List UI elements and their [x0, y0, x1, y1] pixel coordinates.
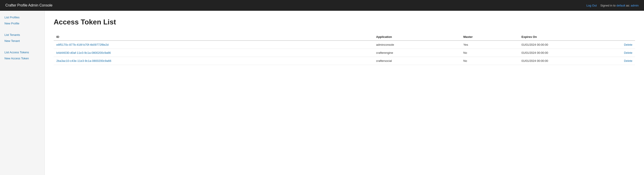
table-header-row: ID Application Master Expires On: [54, 33, 635, 41]
token-id-link[interactable]: 2ba3ac10-c43e-11e3-9c1a-0800200c9a66: [56, 59, 111, 63]
cell-expires-on: 01/01/2024 00:00:00: [519, 41, 606, 49]
access-token-table: ID Application Master Expires On e8f5170…: [54, 33, 635, 65]
sidebar-group-tenants: List Tenants New Tenant: [0, 32, 44, 44]
delete-button[interactable]: Delete: [624, 51, 632, 54]
layout: List Profiles New Profile List Tenants N…: [0, 11, 644, 175]
delete-button[interactable]: Delete: [624, 59, 632, 63]
cell-id: b4d44030-d0af-11e3-9c1a-0800200c9a66: [54, 49, 374, 57]
col-header-expires-on: Expires On: [519, 33, 606, 41]
sidebar-item-new-access-token[interactable]: New Access Token: [0, 55, 44, 61]
table-header: ID Application Master Expires On: [54, 33, 635, 41]
sidebar-item-list-access-tokens[interactable]: List Access Tokens: [0, 49, 44, 55]
main-content: Access Token List ID Application Master …: [45, 11, 644, 175]
logout-button[interactable]: Log Out: [586, 4, 596, 7]
col-header-id: ID: [54, 33, 374, 41]
tenant-link[interactable]: default: [616, 4, 625, 7]
cell-expires-on: 01/01/2024 00:00:00: [519, 49, 606, 57]
user-link[interactable]: admin: [631, 4, 639, 7]
cell-master: No: [461, 49, 519, 57]
table-body: e8f5170c-877b-416f-b70f-4b09772f8e2dadmi…: [54, 41, 635, 65]
cell-master: No: [461, 57, 519, 65]
token-id-link[interactable]: e8f5170c-877b-416f-b70f-4b09772f8e2d: [56, 43, 108, 46]
sidebar: List Profiles New Profile List Tenants N…: [0, 11, 45, 175]
sidebar-group-profiles: List Profiles New Profile: [0, 14, 44, 27]
delete-button[interactable]: Delete: [624, 43, 632, 46]
sidebar-item-list-tenants[interactable]: List Tenants: [0, 32, 44, 38]
col-header-application: Application: [374, 33, 461, 41]
col-header-master: Master: [461, 33, 519, 41]
cell-application: adminconsole: [374, 41, 461, 49]
cell-action: Delete: [606, 41, 635, 49]
col-header-action: [606, 33, 635, 41]
cell-id: 2ba3ac10-c43e-11e3-9c1a-0800200c9a66: [54, 57, 374, 65]
header-right: Log Out Signed in to default as: admin: [586, 4, 639, 7]
cell-id: e8f5170c-877b-416f-b70f-4b09772f8e2d: [54, 41, 374, 49]
cell-action: Delete: [606, 57, 635, 65]
cell-action: Delete: [606, 49, 635, 57]
signed-in-text: Signed in to default as: admin: [600, 4, 639, 7]
cell-master: Yes: [461, 41, 519, 49]
token-id-link[interactable]: b4d44030-d0af-11e3-9c1a-0800200c9a66: [56, 51, 111, 54]
cell-application: crafterengine: [374, 49, 461, 57]
cell-application: craftersocial: [374, 57, 461, 65]
sidebar-item-new-tenant[interactable]: New Tenant: [0, 38, 44, 44]
sidebar-item-list-profiles[interactable]: List Profiles: [0, 14, 44, 20]
cell-expires-on: 01/01/2024 00:00:00: [519, 57, 606, 65]
table-row: b4d44030-d0af-11e3-9c1a-0800200c9a66craf…: [54, 49, 635, 57]
sidebar-item-new-profile[interactable]: New Profile: [0, 20, 44, 27]
table-row: e8f5170c-877b-416f-b70f-4b09772f8e2dadmi…: [54, 41, 635, 49]
sidebar-group-tokens: List Access Tokens New Access Token: [0, 49, 44, 61]
header: Crafter Profile Admin Console Log Out Si…: [0, 0, 644, 11]
page-title: Access Token List: [54, 18, 635, 26]
table-row: 2ba3ac10-c43e-11e3-9c1a-0800200c9a66craf…: [54, 57, 635, 65]
app-title: Crafter Profile Admin Console: [5, 3, 52, 8]
